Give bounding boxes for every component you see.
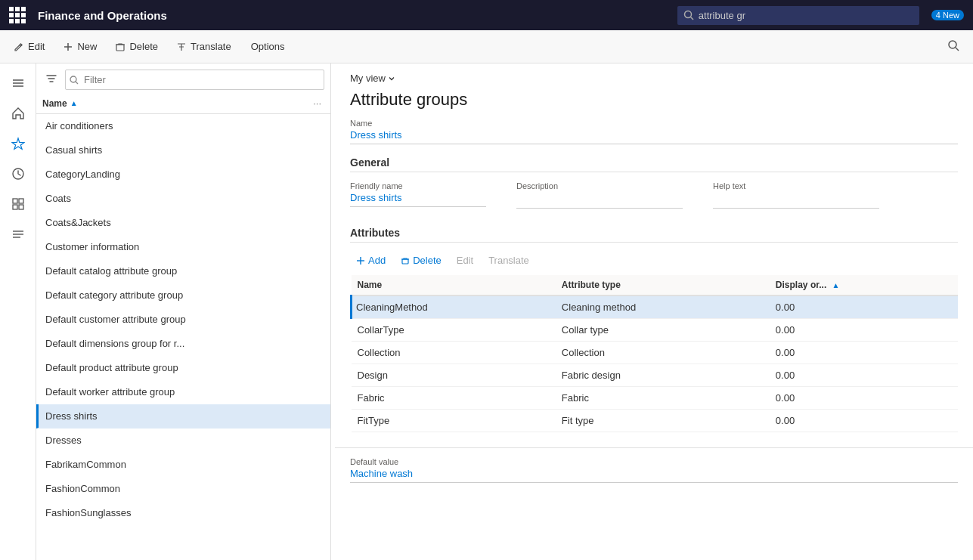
main-layout: Name ▲ ··· Air conditionersCasual shirts… xyxy=(0,63,973,560)
general-section: General Friendly name Dress shirts Descr… xyxy=(335,156,973,227)
myview-row: My view xyxy=(335,63,973,87)
description-value[interactable] xyxy=(516,192,683,209)
svg-point-6 xyxy=(949,41,956,48)
sidebar-item-recent[interactable] xyxy=(5,160,32,187)
list-item[interactable]: FashionSunglasses xyxy=(36,501,330,525)
default-value-label: Default value xyxy=(350,457,958,466)
name-value[interactable]: Dress shirts xyxy=(350,129,958,144)
attr-delete-button[interactable]: Delete xyxy=(395,252,448,269)
myview-link[interactable]: My view xyxy=(350,73,395,84)
friendly-name-value[interactable]: Dress shirts xyxy=(350,192,486,207)
attr-col-display-order: Display or... ▲ xyxy=(770,275,958,295)
svg-rect-12 xyxy=(13,199,17,203)
top-bar: Finance and Operations 4 New xyxy=(0,0,973,30)
friendly-name-field: Friendly name Dress shirts xyxy=(350,181,486,209)
svg-rect-23 xyxy=(402,259,408,264)
svg-rect-14 xyxy=(13,205,17,209)
list-filter-input[interactable] xyxy=(65,70,324,90)
sidebar-item-modules[interactable] xyxy=(5,221,32,248)
list-item[interactable]: Dress shirts xyxy=(36,404,330,429)
list-header xyxy=(36,63,330,93)
attr-col-name: Name xyxy=(352,275,556,295)
list-item[interactable]: Default customer attribute group xyxy=(36,308,330,332)
app-grid-icon[interactable] xyxy=(9,7,26,23)
list-body: Air conditionersCasual shirtsCategoryLan… xyxy=(36,114,330,560)
svg-line-20 xyxy=(76,82,78,84)
table-row[interactable]: DesignFabric design0.00 xyxy=(352,364,959,387)
table-row[interactable]: CollectionCollection0.00 xyxy=(352,342,959,364)
sidebar-item-menu[interactable] xyxy=(5,70,32,97)
table-row[interactable]: CollarTypeCollar type0.00 xyxy=(352,319,959,342)
translate-button[interactable]: Translate xyxy=(169,36,239,57)
sort-ascending-icon: ▲ xyxy=(70,99,78,107)
name-section: Name Dress shirts xyxy=(335,119,973,156)
list-item[interactable]: Default dimensions group for r... xyxy=(36,332,330,356)
list-item[interactable]: Default category attribute group xyxy=(36,283,330,308)
list-item[interactable]: CategoryLanding xyxy=(36,162,330,187)
general-heading: General xyxy=(350,156,958,172)
list-icon xyxy=(11,227,25,241)
delete-button[interactable]: Delete xyxy=(107,36,166,57)
plus-icon xyxy=(63,42,73,52)
list-column-header: Name ▲ ··· xyxy=(36,93,330,114)
global-search-wrapper xyxy=(677,6,919,25)
list-item[interactable]: Default product attribute group xyxy=(36,356,330,380)
sidebar-item-workspaces[interactable] xyxy=(5,190,32,218)
list-item[interactable]: Default worker attribute group xyxy=(36,380,330,404)
filter-icon-button[interactable] xyxy=(42,70,60,90)
delete-small-icon xyxy=(401,256,410,265)
table-row[interactable]: CleaningMethodCleaning method0.00 xyxy=(352,295,959,319)
list-item[interactable]: Default catalog attribute group xyxy=(36,259,330,283)
attr-edit-button[interactable]: Edit xyxy=(451,252,479,269)
column-menu-button[interactable]: ··· xyxy=(310,96,324,110)
description-label: Description xyxy=(516,181,683,190)
list-item[interactable]: Customer information xyxy=(36,235,330,259)
attributes-section: Attributes Add Delete xyxy=(335,227,973,444)
list-item[interactable]: FashionCommon xyxy=(36,477,330,501)
description-field: Description xyxy=(516,181,683,209)
svg-rect-4 xyxy=(116,45,124,51)
default-value-field: Default value Machine wash xyxy=(350,457,958,483)
name-field-group: Name Dress shirts xyxy=(350,119,958,144)
edit-button[interactable]: Edit xyxy=(6,36,52,57)
page-title: Attribute groups xyxy=(335,87,973,119)
help-text-label: Help text xyxy=(713,181,879,190)
list-item[interactable]: Air conditioners xyxy=(36,114,330,138)
help-text-value[interactable] xyxy=(713,192,879,209)
list-item[interactable]: Casual shirts xyxy=(36,138,330,162)
options-button[interactable]: Options xyxy=(243,36,293,57)
filter-icon xyxy=(45,73,57,85)
global-search-input[interactable] xyxy=(677,6,919,25)
name-label: Name xyxy=(350,119,958,128)
list-item[interactable]: Coats&Jackets xyxy=(36,211,330,235)
new-badge: 4 New xyxy=(931,10,964,20)
attr-add-button[interactable]: Add xyxy=(350,252,392,269)
sidebar-item-favorites[interactable] xyxy=(5,130,32,157)
sidebar-item-home[interactable] xyxy=(5,100,32,127)
delete-icon xyxy=(115,42,125,52)
sidebar-icons xyxy=(0,63,36,560)
home-icon xyxy=(11,107,25,120)
default-value-value[interactable]: Machine wash xyxy=(350,468,958,483)
list-item[interactable]: Dresses xyxy=(36,429,330,453)
search-cmd-icon xyxy=(947,39,959,51)
star-icon xyxy=(11,137,25,150)
attr-translate-button[interactable]: Translate xyxy=(482,252,535,269)
help-text-field: Help text xyxy=(713,181,879,209)
edit-icon xyxy=(14,42,24,52)
list-panel: Name ▲ ··· Air conditionersCasual shirts… xyxy=(36,63,331,560)
name-column-header: Name ▲ xyxy=(42,98,310,109)
svg-point-0 xyxy=(684,11,691,18)
grid-icon xyxy=(11,197,25,211)
table-row[interactable]: FitTypeFit type0.00 xyxy=(352,410,959,432)
svg-line-1 xyxy=(690,17,693,20)
chevron-down-icon xyxy=(388,75,395,82)
command-search-button[interactable] xyxy=(940,35,967,58)
list-item[interactable]: Coats xyxy=(36,187,330,211)
svg-point-19 xyxy=(70,76,76,82)
new-button[interactable]: New xyxy=(55,36,104,57)
list-item[interactable]: FabrikamCommon xyxy=(36,453,330,477)
detail-panel: My view Attribute groups Name Dress shir… xyxy=(335,63,973,560)
table-row[interactable]: FabricFabric0.00 xyxy=(352,387,959,410)
translate-icon xyxy=(176,42,187,52)
